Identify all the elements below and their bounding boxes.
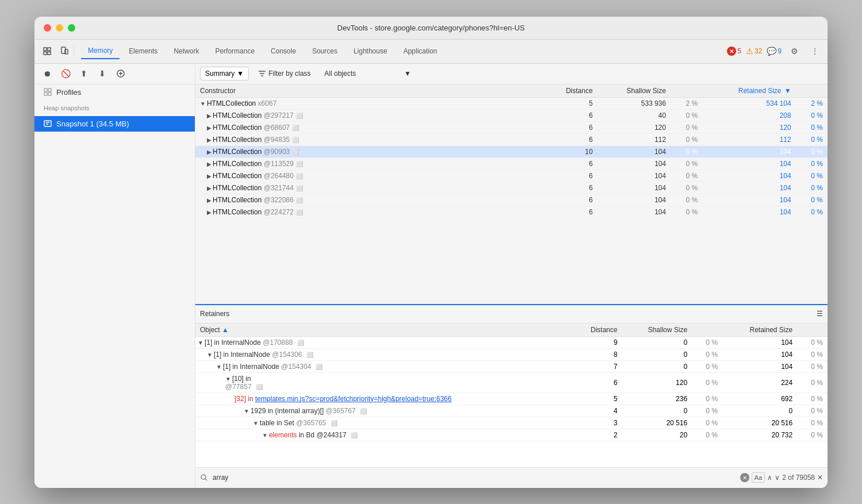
tab-performance[interactable]: Performance (208, 44, 261, 59)
main-table-container: Constructor Distance Shallow Size Retain… (195, 84, 828, 304)
error-icon: ✕ (727, 47, 736, 56)
traffic-lights (44, 24, 75, 32)
ret-table-row[interactable]: ▼[1] in InternalNode @154306 ⬜ 8 0 0 % 1… (195, 348, 828, 360)
search-input[interactable] (213, 474, 736, 482)
toolbar-right: ✕ 5 ⚠ 32 💬 9 ⚙ ⋮ (727, 43, 823, 59)
tab-lighthouse[interactable]: Lighthouse (347, 44, 394, 59)
toolbar-icons (39, 43, 74, 59)
close-button[interactable] (44, 24, 51, 32)
cell-shallow: 104 (597, 145, 671, 157)
tab-network[interactable]: Network (167, 44, 206, 59)
clear-icon[interactable]: 🚫 (57, 66, 74, 82)
main-data-table: Constructor Distance Shallow Size Retain… (195, 84, 828, 218)
settings-icon[interactable]: ⚙ (786, 43, 802, 59)
tab-console[interactable]: Console (264, 44, 303, 59)
table-row[interactable]: ▼HTMLCollection x6067 5 533 936 2 % 534 … (195, 97, 828, 109)
snapshot-item[interactable]: Snapshot 1 (34.5 MB) (34, 116, 195, 132)
ret-cell-object: ▼1929 in (internal array)[] @365767 ⬜ (195, 405, 570, 417)
ret-cell-shallow-pct: 0 % (692, 348, 722, 360)
cell-shallow: 120 (597, 121, 671, 133)
tab-application[interactable]: Application (397, 44, 444, 59)
svg-rect-1 (48, 48, 51, 51)
tab-sources[interactable]: Sources (305, 44, 344, 59)
tab-elements[interactable]: Elements (122, 44, 164, 59)
ret-table-row[interactable]: ▼elements in Bd @244317 ⬜ 2 20 0 % 20 73… (195, 429, 828, 441)
maximize-button[interactable] (68, 24, 75, 32)
inspect-icon[interactable] (39, 43, 55, 59)
table-row[interactable]: ▶HTMLCollection @94835⬜ 6 112 0 % 112 0 … (195, 133, 828, 145)
cell-shallow-pct: 2 % (671, 97, 702, 109)
ret-table-row[interactable]: ▼[1] in InternalNode @154304 ⬜ 7 0 0 % 1… (195, 360, 828, 372)
cell-shallow-pct: 0 % (671, 182, 702, 194)
table-row[interactable]: ▶HTMLCollection @297217⬜ 6 40 0 % 208 0 … (195, 109, 828, 121)
ret-cell-shallow: 20 (622, 429, 692, 441)
cell-shallow: 104 (597, 206, 671, 218)
download-icon[interactable]: ⬇ (94, 66, 110, 82)
minimize-button[interactable] (56, 24, 63, 32)
table-row[interactable]: ▶HTMLCollection @321744⬜ 6 104 0 % 104 0… (195, 182, 828, 194)
warning-badge[interactable]: ⚠ 32 (746, 47, 762, 56)
table-row[interactable]: ▶HTMLCollection @90903⬜ 10 104 0 % 104 0… (195, 145, 828, 157)
ret-table-row[interactable]: ▼table in Set @365765 ⬜ 3 20 516 0 % 20 … (195, 417, 828, 429)
prev-result-icon[interactable]: ∧ (767, 474, 772, 482)
ret-cell-shallow: 0 (622, 348, 692, 360)
ret-cell-distance: 9 (570, 336, 622, 348)
more-icon[interactable]: ⋮ (807, 43, 823, 59)
svg-rect-3 (48, 52, 51, 55)
link[interactable]: templates.min.js?sc=prod&fetchpriority=h… (255, 395, 452, 403)
next-result-icon[interactable]: ∨ (775, 474, 780, 482)
objects-dropdown[interactable]: All objects ▼ (320, 67, 416, 80)
cell-retained: 104 (702, 206, 796, 218)
ret-cell-retained: 224 (722, 372, 797, 393)
filter-button[interactable]: Filter by class (253, 67, 315, 80)
record-icon[interactable]: ⏺ (39, 66, 55, 82)
collect-icon[interactable] (113, 66, 129, 82)
cell-distance: 6 (543, 157, 597, 170)
table-row[interactable]: ▶HTMLCollection @113529⬜ 6 104 0 % 104 0… (195, 157, 828, 170)
table-row[interactable]: ▶HTMLCollection @264480⬜ 6 104 0 % 104 0… (195, 170, 828, 182)
cell-retained-pct: 0 % (796, 133, 828, 145)
cell-shallow: 104 (597, 157, 671, 170)
retainers-panel: Retainers ☰ Object ▲ Distanc (195, 304, 828, 488)
ret-th-object: Object ▲ (195, 324, 570, 337)
ret-cell-retained: 104 (722, 348, 797, 360)
upload-icon[interactable]: ⬆ (76, 66, 92, 82)
cell-distance: 6 (543, 121, 597, 133)
ret-table-row[interactable]: ▼1929 in (internal array)[] @365767 ⬜ 4 … (195, 405, 828, 417)
table-row[interactable]: ▶HTMLCollection @68607⬜ 6 120 0 % 120 0 … (195, 121, 828, 133)
ret-table-row[interactable]: [32] in templates.min.js?sc=prod&fetchpr… (195, 393, 828, 405)
cell-shallow-pct: 0 % (671, 145, 702, 157)
cell-retained-pct: 0 % (796, 194, 828, 206)
error-badge[interactable]: ✕ 5 (727, 47, 741, 56)
message-badge[interactable]: 💬 9 (767, 47, 782, 56)
match-case-icon[interactable]: Aa (752, 472, 765, 483)
cell-retained-pct: 0 % (796, 170, 828, 182)
retainers-data-table: Object ▲ Distance Shallow Size (195, 324, 828, 441)
divider (74, 45, 74, 57)
cell-constructor: ▶HTMLCollection @94835⬜ (195, 133, 543, 145)
table-row[interactable]: ▶HTMLCollection @224272⬜ 6 104 0 % 104 0… (195, 206, 828, 218)
ret-cell-retained: 692 (722, 393, 797, 405)
clear-search-icon[interactable]: ✕ (740, 473, 749, 482)
ret-cell-shallow: 0 (622, 360, 692, 372)
th-retained-pct (796, 84, 828, 98)
cell-retained: 104 (702, 157, 796, 170)
svg-rect-5 (65, 49, 68, 54)
retainers-menu-icon[interactable]: ☰ (817, 310, 823, 318)
tab-memory[interactable]: Memory (81, 43, 120, 59)
table-row[interactable]: ▶HTMLCollection @322086⬜ 6 104 0 % 104 0… (195, 194, 828, 206)
ret-table-row[interactable]: ▼[1] in InternalNode @170888 ⬜ 9 0 0 % 1… (195, 336, 828, 348)
summary-dropdown[interactable]: Summary ▼ (200, 67, 249, 80)
cell-constructor: ▶HTMLCollection @90903⬜ (195, 145, 543, 157)
device-icon[interactable] (56, 43, 72, 59)
th-distance: Distance (543, 84, 597, 98)
cell-shallow-pct: 0 % (671, 157, 702, 170)
ret-cell-distance: 5 (570, 393, 622, 405)
ret-table-row[interactable]: ▼[10] in @77857 ⬜ 6 120 0 % 224 0 % (195, 372, 828, 393)
cell-retained: 534 104 (702, 97, 796, 109)
cell-distance: 6 (543, 133, 597, 145)
cell-constructor: ▶HTMLCollection @321744⬜ (195, 182, 543, 194)
cell-shallow-pct: 0 % (671, 133, 702, 145)
cell-retained: 104 (702, 145, 796, 157)
close-search-icon[interactable]: ✕ (817, 474, 823, 482)
